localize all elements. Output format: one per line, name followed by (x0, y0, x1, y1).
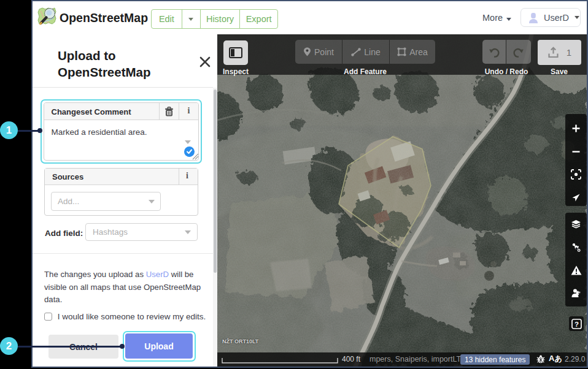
svg-text:?: ? (574, 320, 578, 327)
